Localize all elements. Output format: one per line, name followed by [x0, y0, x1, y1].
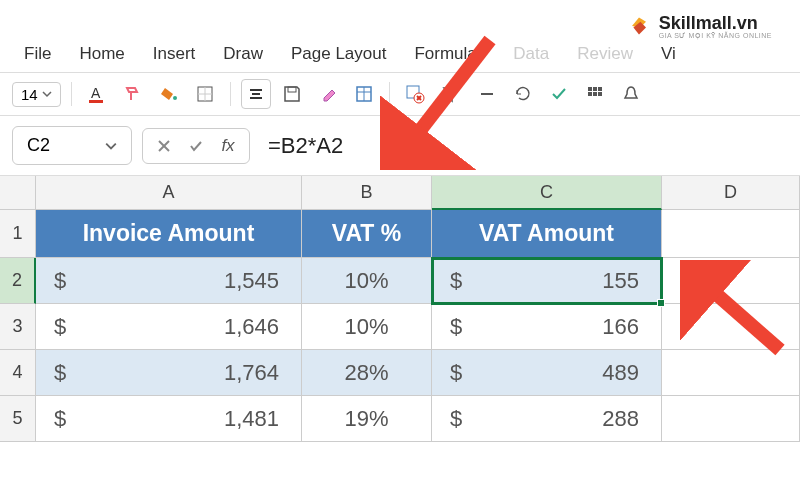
cell-C5[interactable]: $288: [432, 396, 662, 442]
col-header-D[interactable]: D: [662, 176, 800, 210]
cell-D3[interactable]: [662, 304, 800, 350]
col-header-C[interactable]: C: [432, 176, 662, 210]
cell-B5[interactable]: 19%: [302, 396, 432, 442]
table-header-row: 1 Invoice Amount VAT % VAT Amount: [0, 210, 800, 258]
svg-rect-23: [598, 92, 602, 96]
save-button[interactable]: [277, 79, 307, 109]
name-box[interactable]: C2: [12, 126, 132, 165]
svg-rect-20: [598, 87, 602, 91]
watermark-subtitle: GIA SƯ MỌI KỸ NĂNG ONLINE: [659, 32, 772, 39]
cell-A3[interactable]: $1,646: [36, 304, 302, 350]
borders-button[interactable]: [190, 79, 220, 109]
table-row: 4 $1,764 28% $489: [0, 350, 800, 396]
cell-D2[interactable]: [662, 258, 800, 304]
svg-rect-22: [593, 92, 597, 96]
font-size-selector[interactable]: 14: [12, 82, 61, 107]
watermark: Skillmall.vn GIA SƯ MỌI KỸ NĂNG ONLINE: [615, 8, 782, 44]
cancel-formula-button[interactable]: [153, 135, 175, 157]
row-header-3[interactable]: 3: [0, 304, 36, 350]
tab-home[interactable]: Home: [79, 44, 124, 64]
logo-icon: [625, 12, 653, 40]
spreadsheet-grid: A B C D 1 Invoice Amount VAT % VAT Amoun…: [0, 176, 800, 442]
formula-input[interactable]: =B2*A2: [260, 129, 788, 163]
tab-view[interactable]: Vi: [661, 44, 676, 64]
cell-A5[interactable]: $1,481: [36, 396, 302, 442]
tab-insert[interactable]: Insert: [153, 44, 196, 64]
formula-buttons: fx: [142, 128, 250, 164]
cell-B3[interactable]: 10%: [302, 304, 432, 350]
tab-file[interactable]: File: [24, 44, 51, 64]
table-button[interactable]: [349, 79, 379, 109]
row-header-5[interactable]: 5: [0, 396, 36, 442]
cell-B4[interactable]: 28%: [302, 350, 432, 396]
cell-A4[interactable]: $1,764: [36, 350, 302, 396]
tab-data[interactable]: Data: [513, 44, 549, 64]
formula-bar: C2 fx =B2*A2: [0, 116, 800, 176]
filter-button[interactable]: [436, 79, 466, 109]
refresh-button[interactable]: [508, 79, 538, 109]
table-row: 3 $1,646 10% $166: [0, 304, 800, 350]
grid-button[interactable]: [580, 79, 610, 109]
cell-D1[interactable]: [662, 210, 800, 258]
row-header-2[interactable]: 2: [0, 258, 36, 304]
tab-formulas[interactable]: Formulas: [414, 44, 485, 64]
header-vat-pct[interactable]: VAT %: [302, 210, 432, 258]
table-row: 2 $1,545 10% $155: [0, 258, 800, 304]
chevron-down-icon: [105, 140, 117, 152]
cell-C3[interactable]: $166: [432, 304, 662, 350]
col-header-A[interactable]: A: [36, 176, 302, 210]
watermark-title: Skillmall.vn: [659, 14, 772, 32]
svg-text:A: A: [91, 85, 101, 101]
row-header-1[interactable]: 1: [0, 210, 36, 258]
cell-C4[interactable]: $489: [432, 350, 662, 396]
fill-handle[interactable]: [657, 299, 665, 307]
fx-button[interactable]: fx: [217, 135, 239, 157]
delete-table-button[interactable]: [400, 79, 430, 109]
cell-D5[interactable]: [662, 396, 800, 442]
minus-button[interactable]: [472, 79, 502, 109]
cell-D4[interactable]: [662, 350, 800, 396]
chevron-down-icon: [42, 89, 52, 99]
row-header-4[interactable]: 4: [0, 350, 36, 396]
name-box-value: C2: [27, 135, 50, 156]
eraser-button[interactable]: [313, 79, 343, 109]
font-color-button[interactable]: A: [82, 79, 112, 109]
accept-formula-button[interactable]: [185, 135, 207, 157]
notification-button[interactable]: [616, 79, 646, 109]
check-button[interactable]: [544, 79, 574, 109]
cell-A2[interactable]: $1,545: [36, 258, 302, 304]
format-painter-button[interactable]: [118, 79, 148, 109]
cell-C2-selected[interactable]: $155: [432, 258, 662, 304]
col-header-B[interactable]: B: [302, 176, 432, 210]
toolbar: 14 A: [0, 72, 800, 116]
svg-rect-18: [588, 87, 592, 91]
header-vat-amount[interactable]: VAT Amount: [432, 210, 662, 258]
table-row: 5 $1,481 19% $288: [0, 396, 800, 442]
font-size-value: 14: [21, 86, 38, 103]
svg-rect-19: [593, 87, 597, 91]
select-all-corner[interactable]: [0, 176, 36, 210]
tab-page-layout[interactable]: Page Layout: [291, 44, 386, 64]
cell-B2[interactable]: 10%: [302, 258, 432, 304]
header-invoice-amount[interactable]: Invoice Amount: [36, 210, 302, 258]
svg-rect-1: [89, 100, 103, 103]
tab-review[interactable]: Review: [577, 44, 633, 64]
tab-draw[interactable]: Draw: [223, 44, 263, 64]
align-button[interactable]: [241, 79, 271, 109]
fill-color-button[interactable]: [154, 79, 184, 109]
svg-point-2: [173, 96, 177, 100]
svg-rect-21: [588, 92, 592, 96]
